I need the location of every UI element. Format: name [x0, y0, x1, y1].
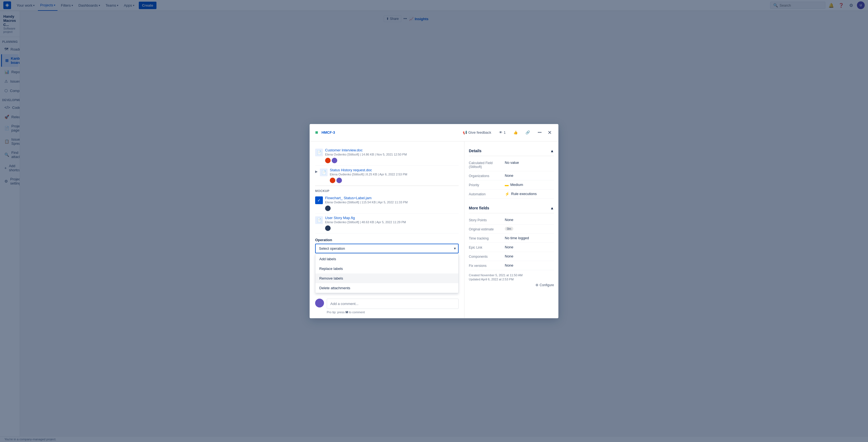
mockup-section-label: MOCKUP: [315, 185, 434, 194]
file-info: Flowchart_ Status+Label.jam Elena Ovdien…: [325, 196, 408, 211]
file-icon-doc: 📄: [320, 169, 328, 176]
file-icon-jam: ✓: [315, 196, 323, 204]
file-name-link[interactable]: Status History request.doc: [330, 168, 407, 172]
file-icon-doc: 📄: [315, 148, 323, 156]
file-item: 📄 User Story Map.fig Elena Ovdienko [Sti…: [315, 213, 434, 221]
issue-modal: ■ HMCF-3 📢 Give feedback 👁 1 👍 🔗: [310, 124, 434, 221]
modal-overlay[interactable]: ■ HMCF-3 📢 Give feedback 👁 1 👍 🔗: [0, 0, 434, 221]
file-item: ✓ Flowchart_ Status+Label.jam Elena Ovdi…: [315, 194, 434, 213]
file-meta: Elena Ovdienko [Stiltsoft] | 14.86 KB | …: [325, 153, 407, 156]
file-meta: Elena Ovdienko [Stiltsoft] | 115.54 KB |…: [325, 201, 408, 204]
issue-type-icon: ■: [315, 130, 318, 135]
file-info: Customer Interview.doc Elena Ovdienko [S…: [325, 148, 407, 163]
file-item: 📄 Customer Interview.doc Elena Ovdienko …: [315, 146, 434, 166]
file-meta: Elena Ovdienko [Stiltsoft] | 48.63 KB | …: [325, 220, 406, 221]
expand-icon[interactable]: ▶: [315, 170, 318, 173]
modal-header: ■ HMCF-3 📢 Give feedback 👁 1 👍 🔗: [310, 124, 434, 141]
file-item: ▶ 📄 Status History request.doc Elena Ovd…: [315, 166, 434, 185]
avatar: [336, 178, 342, 183]
file-name-link[interactable]: User Story Map.fig: [325, 216, 406, 220]
file-avatars: [325, 158, 407, 163]
file-info: User Story Map.fig Elena Ovdienko [Stilt…: [325, 216, 406, 221]
file-avatars: [330, 178, 407, 183]
file-name-link[interactable]: Customer Interview.doc: [325, 148, 407, 152]
file-info: Status History request.doc Elena Ovdienk…: [330, 168, 407, 183]
file-icon-fig: 📄: [315, 216, 323, 221]
modal-left-panel: 📄 Customer Interview.doc Elena Ovdienko …: [310, 141, 434, 221]
file-avatars: [325, 206, 408, 211]
avatar: [325, 158, 331, 163]
avatar: [325, 206, 331, 211]
issue-id: HMCF-3: [321, 130, 335, 135]
modal-body: 📄 Customer Interview.doc Elena Ovdienko …: [310, 141, 434, 221]
file-meta: Elena Ovdienko [Stiltsoft] | 8.25 KB | A…: [330, 173, 407, 176]
avatar: [330, 178, 335, 183]
avatar: [332, 158, 337, 163]
file-name-link[interactable]: Flowchart_ Status+Label.jam: [325, 196, 408, 200]
